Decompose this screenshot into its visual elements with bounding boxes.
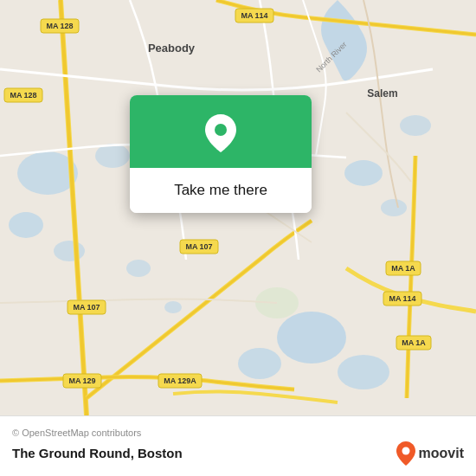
attribution-text: © OpenStreetMap contributors — [12, 428, 464, 438]
map-container: MA 128 MA 114 MA 128 MA 107 MA 107 MA 1A… — [0, 0, 476, 415]
popup-green-section — [130, 95, 312, 168]
location-row: The Ground Round, Boston moovit — [12, 441, 464, 466]
svg-point-6 — [277, 312, 346, 363]
svg-point-5 — [381, 199, 407, 216]
svg-text:MA 128: MA 128 — [46, 22, 73, 30]
svg-point-9 — [126, 260, 151, 277]
svg-point-3 — [54, 241, 85, 261]
location-pin-icon — [202, 114, 240, 152]
svg-text:MA 114: MA 114 — [241, 11, 267, 20]
bottom-bar: © OpenStreetMap contributors The Ground … — [0, 415, 476, 476]
svg-text:MA 114: MA 114 — [389, 294, 415, 303]
svg-text:MA 1A: MA 1A — [402, 338, 426, 347]
svg-text:Salem: Salem — [367, 87, 397, 100]
svg-text:MA 107: MA 107 — [185, 242, 212, 251]
svg-point-2 — [9, 212, 43, 238]
svg-point-39 — [402, 447, 409, 454]
svg-point-12 — [400, 115, 431, 136]
moovit-text: moovit — [419, 446, 464, 461]
svg-point-7 — [238, 348, 281, 379]
svg-point-4 — [344, 160, 383, 186]
svg-text:MA 1A: MA 1A — [391, 264, 415, 273]
svg-point-38 — [215, 124, 227, 136]
location-name: The Ground Round, Boston — [12, 446, 183, 460]
svg-text:MA 129: MA 129 — [68, 376, 95, 385]
popup-button-section[interactable]: Take me there — [130, 168, 312, 213]
popup-card: Take me there — [130, 95, 312, 213]
svg-point-11 — [95, 144, 130, 168]
svg-text:MA 129A: MA 129A — [164, 376, 196, 385]
svg-point-10 — [164, 301, 182, 313]
moovit-pin-icon — [396, 441, 415, 466]
svg-text:Peabody: Peabody — [148, 42, 196, 55]
moovit-logo: moovit — [396, 441, 464, 466]
svg-text:MA 107: MA 107 — [73, 303, 100, 312]
svg-point-8 — [338, 355, 389, 389]
take-me-there-button[interactable]: Take me there — [167, 180, 274, 201]
svg-text:MA 128: MA 128 — [10, 91, 36, 100]
